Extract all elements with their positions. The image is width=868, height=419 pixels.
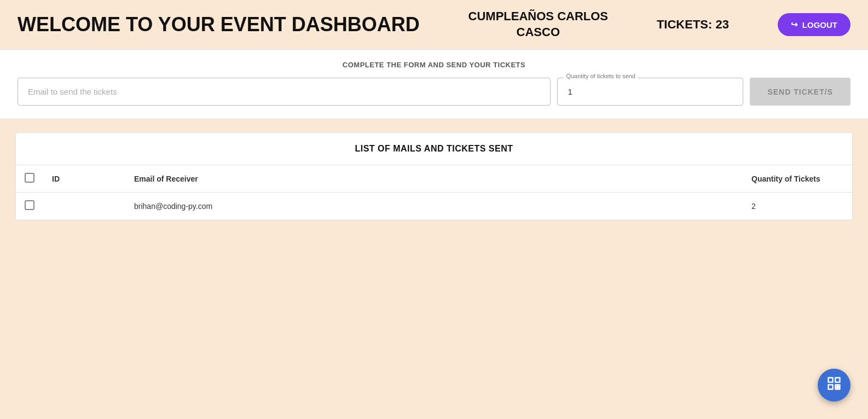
quantity-label: Quantity of tickets to send [564, 73, 638, 79]
send-ticket-form: COMPLETE THE FORM AND SEND YOUR TICKETS … [0, 49, 868, 119]
row-id [43, 193, 125, 220]
row-checkbox-cell [16, 193, 43, 220]
table-header-row: ID Email of Receiver Quantity of Tickets [16, 165, 852, 193]
row-email: brihan@coding-py.com [125, 193, 743, 220]
table-body: brihan@coding-py.com 2 [16, 193, 852, 220]
qr-icon [826, 376, 842, 394]
svg-rect-0 [829, 378, 833, 382]
logout-button[interactable]: ↪ LOGOUT [778, 13, 850, 36]
table-row: brihan@coding-py.com 2 [16, 193, 852, 220]
svg-rect-2 [829, 385, 833, 389]
row-quantity: 2 [743, 193, 852, 220]
col-header-quantity: Quantity of Tickets [743, 165, 852, 193]
logout-arrow-icon: ↪ [791, 20, 798, 30]
tickets-table: ID Email of Receiver Quantity of Tickets… [16, 165, 852, 220]
select-all-checkbox[interactable] [25, 173, 34, 183]
table-title: LIST OF MAILS AND TICKETS SENT [16, 133, 852, 165]
quantity-input[interactable] [557, 78, 743, 106]
page-title: WELCOME TO YOUR EVENT DASHBOARD [18, 13, 420, 36]
send-ticket-button[interactable]: SEND TICKET/S [750, 78, 850, 106]
svg-rect-5 [835, 387, 837, 389]
quantity-field-wrapper: Quantity of tickets to send [557, 78, 743, 106]
svg-rect-4 [838, 385, 840, 387]
header: WELCOME TO YOUR EVENT DASHBOARD CUMPLEAÑ… [0, 0, 868, 49]
tickets-count: TICKETS: 23 [657, 18, 729, 32]
row-checkbox[interactable] [25, 200, 34, 210]
col-header-checkbox [16, 165, 43, 193]
svg-rect-3 [835, 385, 837, 387]
form-row: Quantity of tickets to send SEND TICKET/… [18, 78, 850, 106]
email-input[interactable] [18, 78, 551, 106]
event-name: CUMPLEAÑOS CARLOS CASCO [468, 9, 608, 40]
tickets-table-section: LIST OF MAILS AND TICKETS SENT ID Email … [15, 132, 853, 220]
col-header-email: Email of Receiver [125, 165, 743, 193]
svg-rect-1 [835, 378, 840, 382]
qr-fab-button[interactable] [818, 369, 850, 401]
svg-rect-6 [838, 387, 840, 389]
form-section-title: COMPLETE THE FORM AND SEND YOUR TICKETS [18, 61, 850, 69]
col-header-id: ID [43, 165, 125, 193]
